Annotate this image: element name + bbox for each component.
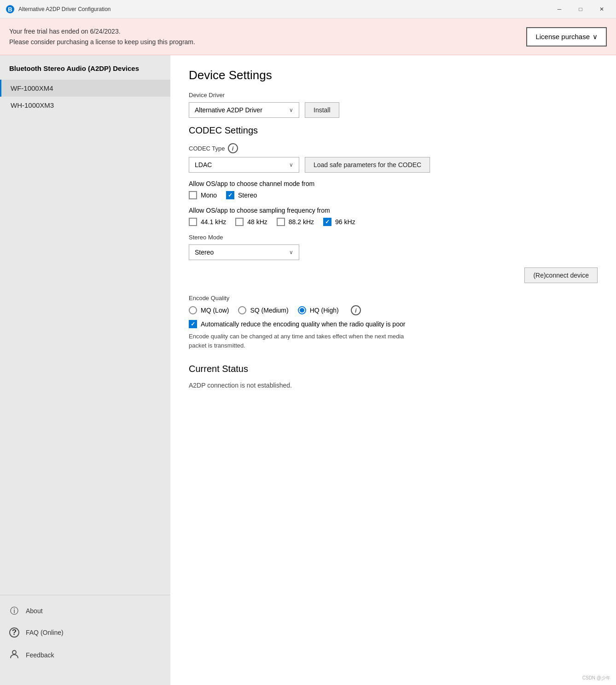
current-status-title: Current Status bbox=[189, 364, 598, 374]
channel-mode-group: Mono Stereo bbox=[189, 191, 598, 199]
reconnect-button[interactable]: (Re)connect device bbox=[524, 267, 598, 283]
device-driver-value: Alternative A2DP Driver bbox=[195, 106, 262, 114]
quality-mq-item[interactable]: MQ (Low) bbox=[189, 306, 229, 314]
codec-type-row: LDAC ∨ Load safe parameters for the CODE… bbox=[189, 157, 598, 173]
quality-mq-label: MQ (Low) bbox=[201, 307, 229, 314]
sidebar-item-wh1000xm3[interactable]: WH-1000XM3 bbox=[0, 97, 170, 114]
sampling-freq-group: 44.1 kHz 48 kHz 88.2 kHz 96 kHz bbox=[189, 218, 598, 226]
channel-stereo-label: Stereo bbox=[238, 192, 257, 199]
freq-48-item[interactable]: 48 kHz bbox=[235, 218, 267, 226]
freq-96-checkbox[interactable] bbox=[323, 218, 331, 226]
encode-quality-label-text: Encode Quality bbox=[189, 295, 229, 302]
freq-882-checkbox[interactable] bbox=[277, 218, 285, 226]
license-purchase-button[interactable]: License purchase ∨ bbox=[526, 27, 607, 46]
codec-info-icon[interactable]: i bbox=[228, 143, 238, 153]
stereo-mode-chevron-icon: ∨ bbox=[289, 249, 293, 255]
device-label-0: WF-1000XM4 bbox=[11, 84, 53, 92]
sampling-freq-label-text: Allow OS/app to choose sampling frequenc… bbox=[189, 207, 330, 214]
codec-settings-title: CODEC Settings bbox=[189, 125, 598, 136]
sidebar-item-wf1000xm4[interactable]: WF-1000XM4 bbox=[0, 80, 170, 97]
main-layout: Bluetooth Stereo Audio (A2DP) Devices WF… bbox=[0, 55, 616, 685]
chevron-down-icon: ∨ bbox=[593, 33, 598, 41]
stereo-mode-select[interactable]: Stereo ∨ bbox=[189, 244, 299, 260]
faq-label: FAQ (Online) bbox=[26, 629, 64, 636]
stereo-mode-label: Stereo Mode bbox=[189, 233, 598, 241]
title-bar: B Alternative A2DP Driver Configuration … bbox=[0, 0, 616, 18]
driver-chevron-icon: ∨ bbox=[289, 107, 293, 113]
freq-96-item[interactable]: 96 kHz bbox=[323, 218, 355, 226]
quality-sq-radio[interactable] bbox=[238, 306, 246, 314]
channel-mode-label-text: Allow OS/app to choose channel mode from bbox=[189, 180, 314, 187]
quality-sq-label: SQ (Medium) bbox=[250, 307, 288, 314]
encode-note: Encode quality can be changed at any tim… bbox=[189, 332, 598, 350]
sidebar-item-faq[interactable]: ? FAQ (Online) bbox=[0, 622, 170, 643]
feedback-label: Feedback bbox=[26, 651, 54, 659]
install-button[interactable]: Install bbox=[305, 102, 339, 118]
encode-note-text: Encode quality can be changed at any tim… bbox=[189, 333, 404, 349]
channel-mono-checkbox[interactable] bbox=[189, 191, 197, 199]
channel-stereo-checkbox[interactable] bbox=[226, 191, 234, 199]
reconnect-row: (Re)connect device bbox=[189, 267, 598, 283]
encode-quality-group: MQ (Low) SQ (Medium) HQ (High) i bbox=[189, 305, 598, 315]
about-label: About bbox=[26, 607, 43, 615]
codec-type-value: LDAC bbox=[195, 161, 212, 168]
encode-quality-label: Encode Quality bbox=[189, 294, 598, 302]
faq-icon: ? bbox=[9, 627, 19, 638]
sidebar-top: Bluetooth Stereo Audio (A2DP) Devices WF… bbox=[0, 64, 170, 114]
stereo-mode-row: Stereo ∨ bbox=[189, 244, 598, 260]
sidebar-item-about[interactable]: ⓘ About bbox=[0, 600, 170, 622]
app-icon: B bbox=[6, 5, 15, 14]
quality-hq-label: HQ (High) bbox=[310, 307, 339, 314]
maximize-button[interactable]: □ bbox=[570, 0, 591, 18]
trial-line2: Please consider purchasing a license to … bbox=[9, 37, 195, 47]
auto-reduce-label: Automatically reduce the encoding qualit… bbox=[201, 320, 405, 328]
stereo-mode-label-text: Stereo Mode bbox=[189, 234, 223, 241]
freq-441-item[interactable]: 44.1 kHz bbox=[189, 218, 226, 226]
quality-mq-radio[interactable] bbox=[189, 306, 197, 314]
channel-mono-item[interactable]: Mono bbox=[189, 191, 217, 199]
quality-hq-radio[interactable] bbox=[298, 306, 306, 314]
auto-reduce-checkbox[interactable] bbox=[189, 320, 197, 328]
title-bar-title: Alternative A2DP Driver Configuration bbox=[18, 6, 111, 12]
codec-type-label-row: CODEC Type i bbox=[189, 143, 598, 153]
watermark: CSDN @少年 bbox=[582, 675, 610, 681]
quality-sq-item[interactable]: SQ (Medium) bbox=[238, 306, 288, 314]
about-icon: ⓘ bbox=[9, 605, 19, 616]
trial-line1: Your free trial has ended on 6/24/2023. bbox=[9, 26, 195, 36]
close-button[interactable]: ✕ bbox=[591, 0, 612, 18]
freq-441-checkbox[interactable] bbox=[189, 218, 197, 226]
current-status-text: A2DP connection is not established. bbox=[189, 382, 598, 389]
freq-882-item[interactable]: 88.2 kHz bbox=[277, 218, 314, 226]
device-settings-title: Device Settings bbox=[189, 68, 598, 82]
codec-type-label: CODEC Type bbox=[189, 145, 225, 152]
channel-stereo-item[interactable]: Stereo bbox=[226, 191, 257, 199]
freq-96-label: 96 kHz bbox=[335, 218, 355, 226]
trial-text: Your free trial has ended on 6/24/2023. … bbox=[9, 26, 195, 47]
freq-48-label: 48 kHz bbox=[247, 218, 267, 226]
device-driver-label: Device Driver bbox=[189, 92, 598, 99]
device-driver-row: Alternative A2DP Driver ∨ Install bbox=[189, 102, 598, 118]
sidebar-section-title: Bluetooth Stereo Audio (A2DP) Devices bbox=[0, 64, 170, 80]
codec-type-select[interactable]: LDAC ∨ bbox=[189, 157, 299, 173]
freq-48-checkbox[interactable] bbox=[235, 218, 244, 226]
sampling-freq-label: Allow OS/app to choose sampling frequenc… bbox=[189, 207, 598, 214]
freq-441-label: 44.1 kHz bbox=[201, 218, 226, 226]
title-bar-left: B Alternative A2DP Driver Configuration bbox=[6, 5, 111, 14]
quality-hq-item[interactable]: HQ (High) bbox=[298, 306, 339, 314]
svg-point-2 bbox=[12, 650, 16, 654]
content-area: Device Settings Device Driver Alternativ… bbox=[170, 55, 616, 685]
codec-chevron-icon: ∨ bbox=[289, 162, 293, 168]
channel-mode-label: Allow OS/app to choose channel mode from bbox=[189, 180, 598, 187]
device-driver-select[interactable]: Alternative A2DP Driver ∨ bbox=[189, 102, 299, 118]
encode-quality-info-icon[interactable]: i bbox=[351, 305, 361, 315]
svg-text:B: B bbox=[8, 6, 12, 13]
minimize-button[interactable]: ─ bbox=[549, 0, 570, 18]
trial-banner: Your free trial has ended on 6/24/2023. … bbox=[0, 18, 616, 55]
load-safe-params-button[interactable]: Load safe parameters for the CODEC bbox=[305, 157, 430, 173]
auto-reduce-item[interactable]: Automatically reduce the encoding qualit… bbox=[189, 320, 598, 328]
sidebar: Bluetooth Stereo Audio (A2DP) Devices WF… bbox=[0, 55, 170, 685]
sidebar-item-feedback[interactable]: Feedback bbox=[0, 643, 170, 667]
device-label-1: WH-1000XM3 bbox=[11, 101, 54, 109]
sidebar-bottom: ⓘ About ? FAQ (Online) Feedback bbox=[0, 595, 170, 676]
title-bar-controls: ─ □ ✕ bbox=[549, 0, 612, 18]
